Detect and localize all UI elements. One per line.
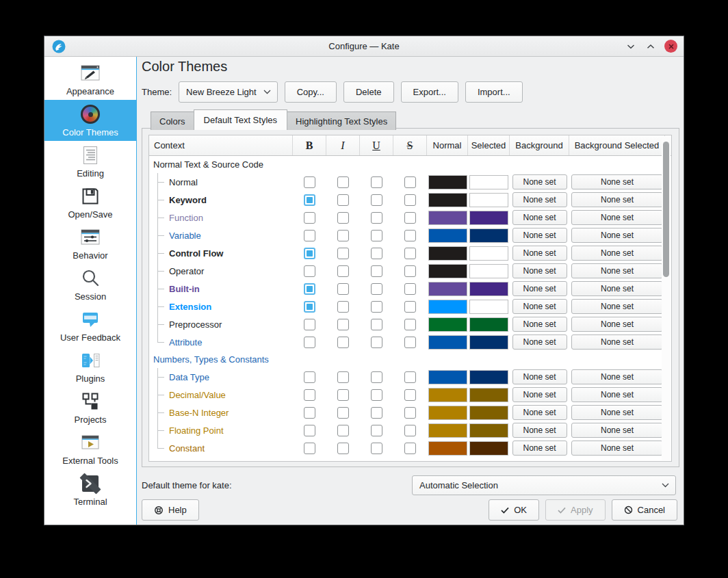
export-button[interactable]: Export... xyxy=(401,81,458,103)
background-button[interactable]: None set xyxy=(512,281,567,296)
selected-color-swatch[interactable] xyxy=(469,300,508,314)
bold-checkbox[interactable] xyxy=(304,443,315,454)
background-selected-button[interactable]: None set xyxy=(571,228,663,243)
background-selected-button[interactable]: None set xyxy=(571,210,663,225)
normal-color-swatch[interactable] xyxy=(428,193,467,207)
background-selected-button[interactable]: None set xyxy=(571,441,663,456)
selected-color-swatch[interactable] xyxy=(469,282,508,296)
close-icon[interactable] xyxy=(664,40,677,53)
background-selected-button[interactable]: None set xyxy=(571,174,663,189)
underline-checkbox[interactable] xyxy=(371,176,382,188)
bold-checkbox[interactable] xyxy=(304,337,315,348)
sidebar-item-open-save[interactable]: Open/Save xyxy=(44,182,136,223)
normal-color-swatch[interactable] xyxy=(428,228,467,243)
normal-color-swatch[interactable] xyxy=(428,441,467,456)
selected-color-swatch[interactable] xyxy=(469,211,508,225)
bold-checkbox[interactable] xyxy=(304,371,315,383)
italic-checkbox[interactable] xyxy=(337,371,349,383)
tab-default-text-styles[interactable]: Default Text Styles xyxy=(194,109,287,130)
background-button[interactable]: None set xyxy=(512,387,567,402)
strikethrough-checkbox[interactable] xyxy=(404,371,416,383)
background-selected-button[interactable]: None set xyxy=(571,369,663,384)
apply-button[interactable]: Apply xyxy=(545,499,606,521)
background-button[interactable]: None set xyxy=(512,317,567,332)
strikethrough-checkbox[interactable] xyxy=(404,194,416,206)
background-button[interactable]: None set xyxy=(512,263,567,278)
selected-color-swatch[interactable] xyxy=(469,335,508,350)
strikethrough-checkbox[interactable] xyxy=(404,212,416,224)
background-selected-button[interactable]: None set xyxy=(571,423,663,438)
background-selected-button[interactable]: None set xyxy=(571,299,663,314)
strikethrough-checkbox[interactable] xyxy=(404,443,416,454)
background-button[interactable]: None set xyxy=(512,369,567,384)
sidebar-item-plugins[interactable]: Plugins xyxy=(44,346,136,387)
bold-checkbox[interactable] xyxy=(304,283,315,295)
strikethrough-checkbox[interactable] xyxy=(404,248,416,259)
underline-checkbox[interactable] xyxy=(371,371,382,383)
strikethrough-checkbox[interactable] xyxy=(404,425,416,436)
background-selected-button[interactable]: None set xyxy=(571,246,663,261)
bold-checkbox[interactable] xyxy=(304,265,315,277)
bold-checkbox[interactable] xyxy=(304,230,315,241)
underline-checkbox[interactable] xyxy=(371,301,382,313)
background-button[interactable]: None set xyxy=(512,246,567,261)
strikethrough-checkbox[interactable] xyxy=(404,407,416,419)
background-button[interactable]: None set xyxy=(512,174,567,189)
help-button[interactable]: Help xyxy=(142,499,199,521)
underline-checkbox[interactable] xyxy=(371,212,382,224)
normal-color-swatch[interactable] xyxy=(428,317,467,332)
underline-checkbox[interactable] xyxy=(371,443,382,454)
selected-color-swatch[interactable] xyxy=(469,246,508,261)
italic-checkbox[interactable] xyxy=(337,194,349,206)
delete-button[interactable]: Delete xyxy=(343,81,394,103)
selected-color-swatch[interactable] xyxy=(469,264,508,278)
selected-color-swatch[interactable] xyxy=(469,370,508,384)
titlebar[interactable]: Configure — Kate xyxy=(44,36,684,57)
strikethrough-checkbox[interactable] xyxy=(404,301,416,313)
underline-checkbox[interactable] xyxy=(371,194,382,206)
normal-color-swatch[interactable] xyxy=(428,300,467,314)
sidebar-item-external-tools[interactable]: External Tools xyxy=(44,428,136,469)
underline-checkbox[interactable] xyxy=(371,230,382,241)
sidebar-item-appearance[interactable]: Appearance xyxy=(44,59,136,100)
italic-checkbox[interactable] xyxy=(337,443,349,454)
background-selected-button[interactable]: None set xyxy=(571,317,663,332)
background-selected-button[interactable]: None set xyxy=(571,387,663,402)
selected-color-swatch[interactable] xyxy=(469,388,508,402)
normal-color-swatch[interactable] xyxy=(428,406,467,420)
theme-combobox[interactable]: New Breeze Light xyxy=(179,81,278,103)
background-selected-button[interactable]: None set xyxy=(571,263,663,278)
underline-checkbox[interactable] xyxy=(371,283,382,295)
strikethrough-checkbox[interactable] xyxy=(404,283,416,295)
normal-color-swatch[interactable] xyxy=(428,282,467,296)
background-button[interactable]: None set xyxy=(512,334,567,350)
italic-checkbox[interactable] xyxy=(337,389,349,401)
italic-checkbox[interactable] xyxy=(337,283,349,295)
strikethrough-checkbox[interactable] xyxy=(404,230,416,241)
sidebar-item-terminal[interactable]: Terminal xyxy=(44,469,136,510)
sidebar-item-projects[interactable]: Projects xyxy=(44,387,136,428)
bold-checkbox[interactable] xyxy=(304,248,315,259)
selected-color-swatch[interactable] xyxy=(469,193,508,207)
selected-color-swatch[interactable] xyxy=(469,441,508,456)
underline-checkbox[interactable] xyxy=(371,425,382,436)
bold-checkbox[interactable] xyxy=(304,425,315,436)
background-button[interactable]: None set xyxy=(512,210,567,225)
normal-color-swatch[interactable] xyxy=(428,246,467,261)
italic-checkbox[interactable] xyxy=(337,301,349,313)
italic-checkbox[interactable] xyxy=(337,230,349,241)
copy-button[interactable]: Copy... xyxy=(285,81,337,103)
sidebar-item-behavior[interactable]: Behavior xyxy=(44,223,136,264)
sidebar-item-session[interactable]: Session xyxy=(44,264,136,305)
italic-checkbox[interactable] xyxy=(337,337,349,348)
normal-color-swatch[interactable] xyxy=(428,423,467,438)
bold-checkbox[interactable] xyxy=(304,389,315,401)
selected-color-swatch[interactable] xyxy=(469,317,508,332)
underline-checkbox[interactable] xyxy=(371,407,382,419)
selected-color-swatch[interactable] xyxy=(469,228,508,243)
bold-checkbox[interactable] xyxy=(304,319,315,330)
strikethrough-checkbox[interactable] xyxy=(404,337,416,348)
normal-color-swatch[interactable] xyxy=(428,211,467,225)
background-selected-button[interactable]: None set xyxy=(571,281,663,296)
sidebar-item-editing[interactable]: Editing xyxy=(44,141,136,182)
